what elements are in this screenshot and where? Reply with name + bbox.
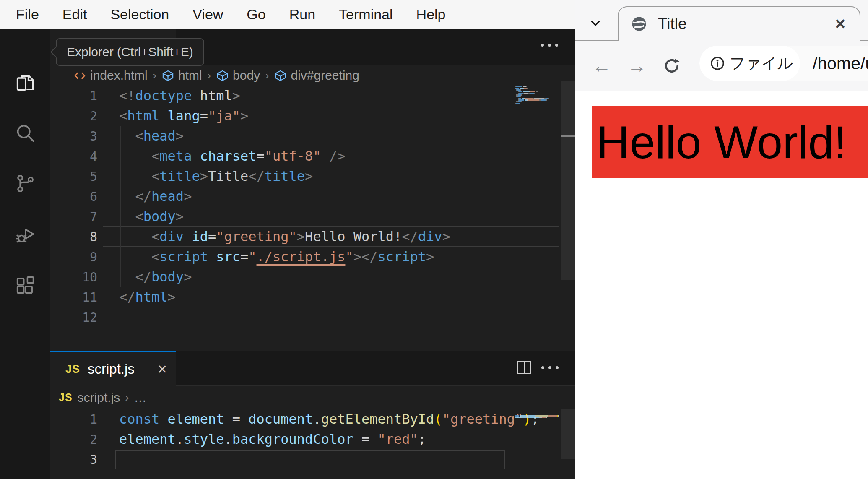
- browser-tab[interactable]: Title ×: [618, 6, 860, 41]
- breadcrumb-item[interactable]: …: [134, 390, 147, 405]
- menu-item-run[interactable]: Run: [278, 6, 327, 23]
- search-icon[interactable]: [14, 122, 36, 144]
- minimap-line: [515, 91, 549, 92]
- address-bar[interactable]: ファイル /home/u: [699, 46, 868, 81]
- menu-item-edit[interactable]: Edit: [51, 6, 99, 23]
- minimap-line: [515, 89, 549, 91]
- minimap-line: [515, 96, 549, 97]
- code-line[interactable]: 1const element = document.getElementById…: [50, 409, 575, 429]
- code-text: <meta charset="utf-8" />: [119, 148, 345, 164]
- close-tab-icon[interactable]: ×: [835, 15, 845, 33]
- code-line[interactable]: 5 <title>Title</title>: [50, 166, 575, 186]
- code-line[interactable]: 4 <meta charset="utf-8" />: [50, 146, 575, 166]
- breadcrumb-label: div#greeting: [291, 68, 359, 83]
- code-line[interactable]: 10 </body>: [50, 267, 575, 287]
- breadcrumb-separator: ›: [153, 69, 156, 82]
- minimap-line: [515, 93, 549, 94]
- line-number: 3: [50, 452, 103, 467]
- html-file-icon: [73, 69, 86, 82]
- code-text: <head>: [119, 128, 184, 144]
- code-line[interactable]: 9 <script src="./script.js"></script>: [50, 247, 575, 267]
- menu-item-file[interactable]: File: [4, 6, 51, 23]
- scrollbar[interactable]: [561, 81, 576, 280]
- current-line-highlight: [115, 450, 505, 469]
- line-number: 12: [50, 310, 103, 325]
- code-text: <body>: [119, 208, 184, 224]
- code-text: <!doctype html>: [119, 88, 240, 104]
- minimap-line: [515, 103, 549, 104]
- editor-html-code[interactable]: 1<!doctype html>2<html lang="ja">3 <head…: [50, 86, 575, 344]
- reload-icon[interactable]: [663, 57, 681, 75]
- menu-item-terminal[interactable]: Terminal: [327, 6, 404, 23]
- file-scheme-chip[interactable]: ファイル: [699, 46, 800, 81]
- overview-ruler-cursor: [561, 135, 575, 137]
- breadcrumb-label: body: [233, 68, 260, 83]
- browser-page: Hello World!: [575, 91, 868, 479]
- minimap-line: [515, 94, 549, 96]
- tab-title: Title: [658, 15, 687, 33]
- tooltip-text: Explorer (Ctrl+Shift+E): [67, 45, 193, 59]
- scrollbar[interactable]: [561, 409, 576, 459]
- code-text: </html>: [119, 289, 176, 305]
- minimap-line: [515, 88, 549, 89]
- code-line[interactable]: 2<html lang="ja">: [50, 106, 575, 126]
- symbol-element-icon: [161, 69, 174, 82]
- code-line[interactable]: 1<!doctype html>: [50, 86, 575, 106]
- close-tab-icon[interactable]: ×: [158, 361, 167, 377]
- minimap[interactable]: [515, 415, 559, 420]
- line-number: 1: [50, 89, 103, 103]
- editor-more-actions-icon[interactable]: [541, 366, 559, 369]
- tab-search-chevron-icon[interactable]: [588, 17, 603, 29]
- menu-item-help[interactable]: Help: [405, 6, 457, 23]
- code-line[interactable]: 6 </head>: [50, 186, 575, 206]
- breadcrumb: JSscript.js›…: [50, 386, 575, 409]
- code-line[interactable]: 11</html>: [50, 287, 575, 307]
- explorer-tooltip: Explorer (Ctrl+Shift+E): [56, 38, 204, 66]
- editor-more-actions-icon[interactable]: [541, 44, 558, 47]
- breadcrumb-item[interactable]: div#greeting: [274, 68, 359, 83]
- code-line[interactable]: 12: [50, 307, 575, 327]
- breadcrumb-item[interactable]: html: [161, 68, 202, 83]
- breadcrumb-separator: ›: [125, 391, 129, 404]
- extensions-icon[interactable]: [14, 274, 36, 296]
- code-text: <script src="./script.js"></script>: [119, 249, 434, 265]
- source-control-icon[interactable]: [14, 172, 36, 194]
- minimap-line: [515, 99, 549, 101]
- line-number: 5: [50, 169, 103, 184]
- menu-item-go[interactable]: Go: [235, 6, 277, 23]
- tab-label: script.js: [88, 361, 135, 377]
- minimap-line: [515, 101, 549, 102]
- breadcrumb-item[interactable]: index.html: [73, 68, 148, 83]
- breadcrumb-label: script.js: [78, 390, 120, 405]
- menu-item-view[interactable]: View: [181, 6, 235, 23]
- code-line[interactable]: 2element.style.backgroundColor = "red";: [50, 429, 575, 449]
- tab-script-js[interactable]: JS script.js ×: [50, 351, 176, 386]
- url-text: /home/u: [813, 54, 868, 73]
- forward-icon[interactable]: →: [627, 55, 647, 77]
- current-line-highlight: [103, 226, 559, 247]
- back-icon[interactable]: ←: [592, 55, 611, 77]
- breadcrumb-item[interactable]: JSscript.js: [59, 390, 120, 405]
- code-line[interactable]: 7 <body>: [50, 206, 575, 226]
- minimap[interactable]: [515, 86, 549, 106]
- line-number: 4: [50, 149, 103, 164]
- run-debug-icon[interactable]: [14, 224, 36, 245]
- browser-window: Title × ← → ファイル /home/u: [575, 0, 868, 479]
- code-line[interactable]: 3 <head>: [50, 126, 575, 146]
- breadcrumb-item[interactable]: body: [216, 68, 260, 83]
- minimap-line: [515, 417, 559, 418]
- breadcrumb-label: …: [134, 390, 147, 405]
- breadcrumb-separator: ›: [265, 69, 269, 82]
- globe-icon: [631, 16, 647, 32]
- split-editor-icon[interactable]: [517, 361, 531, 374]
- minimap-line: [515, 419, 559, 420]
- code-text: const element = document.getElementById(…: [119, 411, 539, 427]
- code-text: <title>Title</title>: [119, 168, 313, 184]
- explorer-icon[interactable]: [14, 72, 36, 94]
- menu-item-selection[interactable]: Selection: [99, 6, 181, 23]
- greeting-div: Hello World!: [592, 106, 868, 178]
- code-text: element.style.backgroundColor = "red";: [119, 431, 426, 447]
- screenshot-stage: FileEditSelectionViewGoRunTerminalHelp i…: [0, 0, 868, 479]
- minimap-line: [515, 86, 549, 87]
- breadcrumb-label: html: [178, 68, 202, 83]
